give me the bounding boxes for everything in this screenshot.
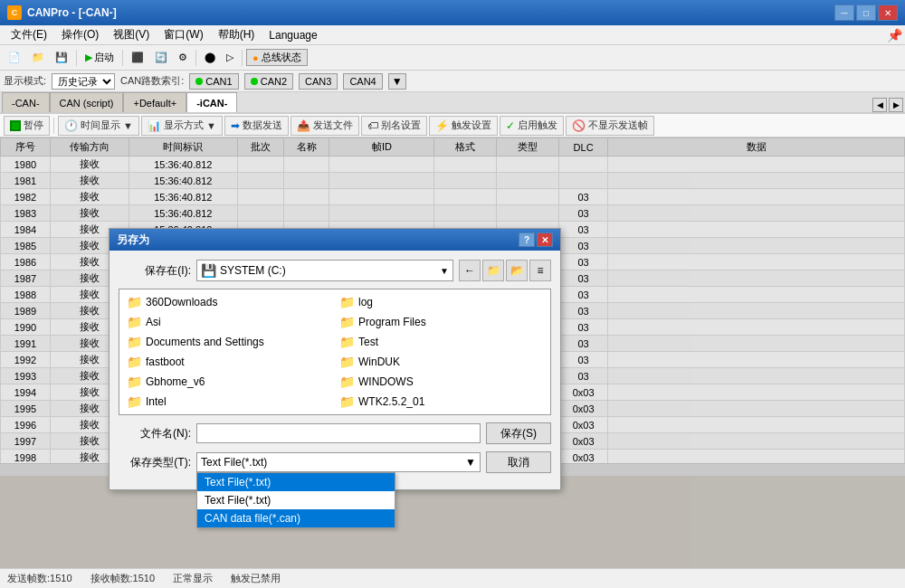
display-mode-btn[interactable]: 📊 显示方式 ▼ (141, 116, 223, 136)
tab-nav-left[interactable]: ◀ (872, 98, 887, 112)
pin-icon: 📌 (887, 28, 901, 43)
folder-name: WTK2.5.2_01 (358, 395, 424, 408)
pause-btn[interactable]: 暂停 (4, 116, 50, 136)
filename-input[interactable] (196, 423, 481, 443)
folder-name: 360Downloads (146, 296, 217, 308)
file-list-area[interactable]: 📁360Downloads📁log📁Asi📁Program Files📁Docu… (119, 289, 551, 415)
folder-icon: 📁 (127, 355, 142, 369)
trigger-settings-btn[interactable]: ⚡ 触发设置 (429, 116, 498, 136)
folder-item[interactable]: 📁WTK2.5.2_01 (336, 393, 547, 411)
menu-help[interactable]: 帮助(H) (211, 25, 262, 44)
nav-back-btn[interactable]: ← (459, 260, 481, 281)
clock-icon: 🕐 (64, 119, 78, 132)
folder-icon: 📁 (339, 394, 355, 409)
title-bar: C CANPro - [-CAN-] ─ □ ✕ (0, 0, 905, 25)
tab-can[interactable]: -CAN- (2, 92, 50, 112)
folder-item[interactable]: 📁Documents and Settings (123, 333, 334, 351)
can-tab-arrow[interactable]: ▼ (388, 73, 406, 90)
filetype-label: 保存类型(T): (119, 455, 191, 470)
data-send-btn[interactable]: ➡ 数据发送 (224, 116, 289, 136)
save-in-path[interactable]: 💾 SYSTEM (C:) ▼ (196, 260, 453, 281)
dialog-close-btn[interactable]: ✕ (537, 232, 553, 247)
refresh-btn[interactable]: 🔄 (150, 48, 172, 68)
can2-tab[interactable]: CAN2 (244, 73, 293, 90)
folder-name: Documents and Settings (146, 336, 264, 348)
filetype-option-txt1[interactable]: Text File(*.txt) (197, 473, 395, 491)
enable-trigger-btn[interactable]: ✓ 启用触发 (500, 116, 564, 136)
sep1 (76, 50, 77, 66)
filetype-display[interactable]: Text File(*.txt) ▼ (196, 452, 481, 472)
menu-language[interactable]: Language (262, 27, 324, 43)
dialog-help-btn[interactable]: ? (519, 232, 535, 247)
can4-tab[interactable]: CAN4 (343, 73, 382, 90)
can1-dot (195, 78, 203, 85)
nav-view-btn[interactable]: ≡ (529, 260, 551, 281)
tab-nav-right[interactable]: ▶ (889, 98, 903, 112)
trigger-status: 触发已禁用 (231, 572, 281, 585)
tab-ican[interactable]: -iCAN- (186, 92, 237, 112)
settings-btn[interactable]: ⚙ (174, 48, 192, 68)
folder-item[interactable]: 📁360Downloads (123, 293, 334, 311)
can-path-label: CAN路数索引: (120, 74, 184, 88)
folder-item[interactable]: 📁log (336, 293, 547, 311)
minimize-button[interactable]: ─ (834, 5, 854, 21)
recv-count: 接收帧数:1510 (90, 572, 156, 585)
no-show-icon: 🚫 (572, 119, 586, 132)
maximize-button[interactable]: □ (856, 5, 876, 21)
save-in-arrow: ▼ (440, 266, 449, 276)
nav-up-btn[interactable]: 📁 (482, 260, 504, 281)
stop-icon (10, 120, 21, 131)
folder-item[interactable]: 📁Program Files (336, 313, 547, 331)
cancel-button[interactable]: 取消 (486, 451, 551, 473)
action-sep1 (53, 118, 54, 134)
sep3 (195, 50, 196, 66)
no-show-send-btn[interactable]: 🚫 不显示发送帧 (566, 116, 654, 136)
filetype-option-txt2[interactable]: Text File(*.txt) (197, 491, 395, 509)
menu-operate[interactable]: 操作(O) (54, 25, 106, 44)
save-button[interactable]: 保存(S) (486, 422, 551, 444)
dialog-title-text: 另存为 (117, 232, 517, 248)
tab-can-script[interactable]: CAN (script) (50, 92, 124, 112)
record-btn[interactable]: ⬤ (200, 48, 220, 68)
send-icon: ➡ (231, 119, 240, 132)
action-toolbar: 暂停 🕐 时间显示 ▼ 📊 显示方式 ▼ ➡ 数据发送 📤 发送文件 🏷 别名设… (0, 114, 905, 138)
menu-file[interactable]: 文件(E) (4, 25, 54, 44)
enable-icon: ✓ (506, 119, 515, 132)
open-btn[interactable]: 📁 (27, 48, 49, 68)
menu-view[interactable]: 视图(V) (106, 25, 157, 44)
folder-item[interactable]: 📁Intel (123, 393, 334, 411)
filename-row: 文件名(N): 保存(S) (119, 422, 551, 444)
alias-btn[interactable]: 🏷 别名设置 (361, 116, 427, 136)
file-send-icon: 📤 (297, 119, 310, 132)
display-mode-select[interactable]: 历史记录 (52, 73, 115, 90)
folder-item[interactable]: 📁fastboot (123, 353, 334, 371)
sep4 (242, 50, 243, 66)
new-btn[interactable]: 📄 (4, 48, 25, 68)
folder-item[interactable]: 📁Asi (123, 313, 334, 331)
stop-btn[interactable]: ⬛ (127, 48, 148, 68)
folder-item[interactable]: 📁Test (336, 333, 547, 351)
menu-window[interactable]: 窗口(W) (157, 25, 210, 44)
folder-name: WINDOWS (358, 375, 414, 388)
filetype-arrow: ▼ (465, 456, 476, 469)
folder-item[interactable]: 📁Gbhome_v6 (123, 373, 334, 391)
folder-name: Asi (146, 316, 161, 328)
time-display-btn[interactable]: 🕐 时间显示 ▼ (58, 116, 139, 136)
folder-item[interactable]: 📁WinDUK (336, 353, 547, 371)
bus-status-btn[interactable]: ● 总线状态 (246, 49, 308, 66)
tab-default[interactable]: +Default+ (123, 92, 186, 112)
display-bar: 显示模式: 历史记录 CAN路数索引: CAN1 CAN2 CAN3 CAN4 … (0, 71, 905, 92)
nav-new-folder-btn[interactable]: 📂 (506, 260, 528, 281)
folder-item[interactable]: 📁WINDOWS (336, 373, 547, 391)
save-btn[interactable]: 💾 (51, 48, 72, 68)
send-file-btn[interactable]: 📤 发送文件 (291, 116, 359, 136)
display-mode-label: 显示模式: (4, 74, 46, 88)
close-button[interactable]: ✕ (878, 5, 898, 21)
play-btn[interactable]: ▷ (222, 48, 238, 68)
can3-tab[interactable]: CAN3 (299, 73, 338, 90)
window-controls: ─ □ ✕ (834, 5, 898, 21)
filetype-option-can[interactable]: CAN data file(*.can) (197, 509, 395, 527)
start-btn[interactable]: ▶ 启动 (81, 48, 119, 68)
status-bar: 发送帧数:1510 接收帧数:1510 正常显示 触发已禁用 (0, 568, 905, 588)
can1-tab[interactable]: CAN1 (189, 73, 238, 90)
